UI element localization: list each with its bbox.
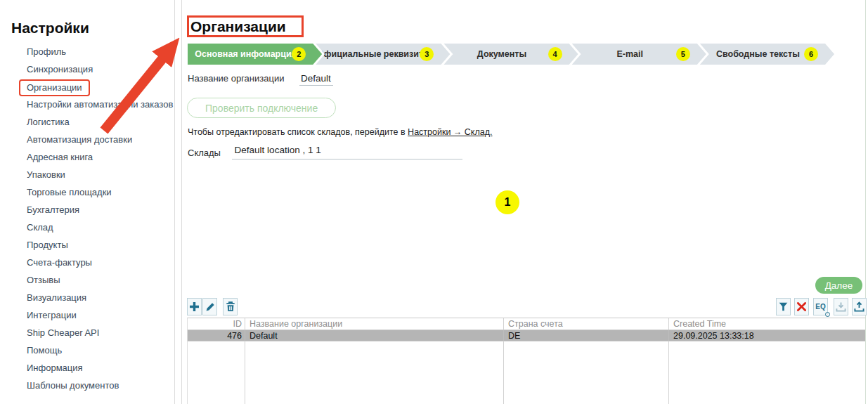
org-name-input[interactable]: Default (299, 73, 333, 86)
header-id[interactable]: ID (188, 318, 245, 330)
sidebar-item-profile[interactable]: Профиль (0, 43, 174, 60)
sidebar-item-packaging[interactable]: Упаковки (0, 166, 174, 183)
sidebar-item-ship-cheaper-api[interactable]: Ship Cheaper API (0, 324, 174, 341)
step-label: Официальные реквизиты (317, 49, 431, 59)
cell-created-time: 29.09.2025 13:33:18 (668, 330, 865, 341)
export-button[interactable] (852, 298, 867, 315)
clear-filter-button[interactable] (794, 298, 809, 315)
sidebar-item-order-automation[interactable]: Настройки автоматизации заказов (0, 96, 174, 113)
clear-x-icon (797, 302, 806, 311)
organizations-panel: Организации Основная инфомарция 2 Официа… (187, 0, 866, 404)
wizard-stepper: Основная инфомарция 2 Официальные реквиз… (188, 44, 834, 65)
trash-icon (226, 301, 235, 312)
step-label: Свободные тексты (716, 49, 800, 59)
sidebar-item-integrations[interactable]: Интеграции (0, 306, 174, 324)
step-label: Основная инфомарция (195, 49, 297, 59)
sidebar-item-information[interactable]: Информация (0, 359, 174, 377)
annotation-step-badge-5: 5 (676, 47, 690, 61)
sidebar-nav: Профиль Синхронизация Организации Настро… (0, 43, 174, 394)
sidebar-item-delivery-automation[interactable]: Автоматизация доставки (0, 131, 174, 148)
annotation-step-badge-2: 2 (292, 47, 306, 61)
filter-button[interactable] (776, 298, 791, 315)
organizations-table: ID Название организации Страна счета Cre… (187, 318, 866, 404)
mini-magnifier-icon (825, 312, 830, 317)
sidebar-item-help[interactable]: Помощь (0, 341, 174, 359)
annotation-step-badge-3: 3 (420, 47, 434, 61)
page-title: Организации (189, 18, 286, 35)
sidebar-item-sync[interactable]: Синхронизация (0, 60, 174, 78)
settings-warehouse-link[interactable]: Настройки → Склад. (408, 127, 492, 137)
sidebar-item-logistics[interactable]: Логистика (0, 113, 174, 131)
settings-sidebar: Настройки Профиль Синхронизация Организа… (0, 0, 174, 404)
hint-text: Чтобы отредактировать список складов, пе… (188, 127, 408, 137)
org-name-row: Название организации Default (188, 73, 333, 86)
warehouses-row: Склады Default location , 1 1 (188, 145, 462, 159)
sidebar-divider-1 (174, 0, 175, 404)
org-name-label: Название организации (188, 73, 284, 84)
sidebar-item-organizations[interactable]: Организации (0, 78, 174, 96)
sidebar-title: Настройки (11, 20, 89, 37)
header-created-time[interactable]: Created Time (668, 318, 865, 330)
step-email[interactable]: E-mail 5 (572, 44, 706, 65)
annotation-badge-1: 1 (495, 190, 519, 214)
plus-icon (189, 301, 200, 312)
sidebar-item-address-book[interactable]: Адресная книга (0, 148, 174, 166)
header-organization-name[interactable]: Название организации (245, 318, 503, 330)
cell-organization-name: Default (245, 330, 503, 341)
filter-funnel-icon (778, 301, 789, 312)
step-documents[interactable]: Документы 4 (443, 44, 578, 65)
cell-account-country: DE (503, 330, 668, 341)
step-label: E-mail (616, 49, 643, 59)
edit-record-button[interactable] (202, 298, 217, 315)
delete-record-button[interactable] (223, 298, 238, 315)
sidebar-item-reviews[interactable]: Отзывы (0, 271, 174, 289)
sidebar-item-warehouse[interactable]: Склад (0, 219, 174, 236)
step-free-texts[interactable]: Свободные тексты 6 (700, 44, 834, 65)
annotation-step-badge-6: 6 (804, 47, 818, 61)
header-account-country[interactable]: Страна счета (503, 318, 668, 330)
sidebar-item-marketplaces[interactable]: Торговые площадки (0, 183, 174, 201)
step-label: Документы (477, 49, 526, 59)
page-title-highlight-box: Организации (187, 15, 304, 37)
check-connection-button[interactable]: Проверить подключение (187, 98, 336, 118)
sidebar-item-accounting[interactable]: Бухгалтерия (0, 201, 174, 219)
warehouses-input[interactable]: Default location , 1 1 (232, 145, 462, 159)
sidebar-item-document-templates[interactable]: Шаблоны документов (0, 377, 174, 394)
warehouses-label: Склады (188, 148, 221, 159)
settings-page: Настройки Профиль Синхронизация Организа… (0, 0, 868, 404)
sidebar-divider-2 (181, 0, 182, 404)
table-row-selected[interactable]: 476 Default DE 29.09.2025 13:33:18 (188, 330, 865, 341)
warehouses-hint: Чтобы отредактировать список складов, пе… (188, 127, 493, 137)
annotation-step-badge-4: 4 (548, 47, 562, 61)
table-header-row: ID Название организации Страна счета Cre… (188, 318, 865, 330)
pencil-icon (205, 302, 215, 312)
step-official-details[interactable]: Официальные реквизиты 3 (316, 44, 450, 65)
import-button[interactable] (834, 298, 848, 315)
cell-id: 476 (188, 330, 245, 341)
next-button[interactable]: Далее (815, 277, 862, 294)
column-search-button[interactable]: EQ (813, 298, 828, 315)
organizations-highlight-box[interactable]: Организации (19, 79, 90, 96)
upload-tray-icon (854, 301, 864, 312)
sidebar-item-products[interactable]: Продукты (0, 236, 174, 254)
step-basic-info[interactable]: Основная инфомарция 2 (188, 44, 322, 65)
sidebar-item-visualization[interactable]: Визуализация (0, 289, 174, 306)
column-search-eq-icon: EQ (815, 303, 825, 311)
table-empty-area (188, 341, 865, 404)
add-record-button[interactable] (187, 298, 202, 315)
download-tray-icon (836, 301, 846, 312)
sidebar-item-invoices[interactable]: Счета-фактуры (0, 254, 174, 271)
